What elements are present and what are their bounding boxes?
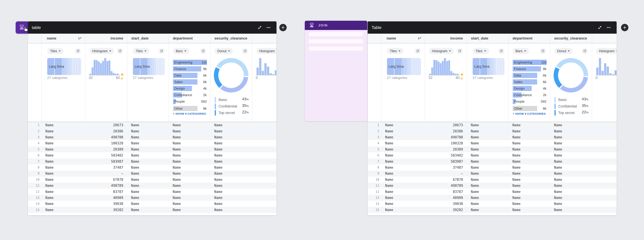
row-cell-security_clearance[interactable]: Name [550,207,592,213]
card-header[interactable]: Table [368,22,616,34]
add-node-button-right[interactable] [621,24,628,31]
row-cell-name[interactable]: Name [381,158,425,164]
tile[interactable] [494,58,494,75]
row-cell-department[interactable]: Name [508,182,550,188]
row-cell-security_clearance[interactable]: Name [550,140,592,146]
row-cell-income[interactable]: 20389 [425,146,467,152]
tile[interactable] [412,58,413,75]
row-cell-security_clearance[interactable]: Name [210,176,252,182]
table-row[interactable]: 1Name20673NameNameName [28,122,276,128]
histogram-bar[interactable] [602,71,604,75]
histogram-bar[interactable] [262,71,264,75]
histogram-bar[interactable] [444,58,446,75]
join-placeholder-row[interactable] [309,32,363,36]
open-chart-icon[interactable] [242,48,248,54]
row-cell-income[interactable]: 583402 [85,152,127,158]
row-cell-security_clearance[interactable]: Name [550,122,592,128]
tile[interactable] [69,58,70,75]
row-cell-num[interactable]: 9 [28,170,41,176]
summary-type-pill[interactable]: Tiles [133,48,149,54]
row-cell-security_clearance[interactable]: Name [210,207,252,213]
histogram-bar[interactable] [100,63,102,75]
tile[interactable] [74,58,75,75]
tile[interactable] [502,58,502,75]
row-cell-num[interactable]: 12 [28,188,41,194]
histogram-widget[interactable] [256,58,276,75]
row-cell-department[interactable]: Name [169,152,210,158]
open-chart-icon[interactable] [414,48,421,54]
open-chart-icon[interactable] [540,48,546,54]
table-row[interactable]: 8Name37487NameNameName [368,164,616,170]
histogram-widget[interactable] [90,58,119,75]
row-cell-num[interactable]: 4 [368,140,381,146]
histogram-bar[interactable] [448,60,450,75]
row-cell-department[interactable]: Name [508,152,550,158]
row-cell-start_date[interactable]: Name [467,195,508,201]
tile[interactable] [157,58,157,75]
tile[interactable] [154,58,154,75]
row-cell-income[interactable]: 583402 [425,152,467,158]
histogram-bar[interactable] [94,60,96,75]
row-cell-security_clearance[interactable]: Name [550,152,592,158]
row-cell-income[interactable]: 39282 [425,207,467,213]
tile[interactable] [420,58,421,75]
column-header-security_clearance[interactable]: security_clearance [210,34,252,43]
row-cell-num[interactable]: 11 [368,182,381,188]
table-row[interactable]: 5Name20389NameNameName [368,146,616,152]
row-cell-income[interactable]: 83787 [85,188,127,194]
tile[interactable] [407,58,408,75]
row-cell-num[interactable]: 6 [28,152,41,158]
column-header-start_date[interactable]: start_date [127,34,169,43]
row-cell-department[interactable]: Name [169,140,210,146]
tile[interactable] [493,58,493,75]
table-row[interactable]: 12Name83787NameNameName [28,188,276,194]
category-bar-row[interactable]: Other8k [173,106,207,111]
table-card-left[interactable]: tablenameincomestart_datedepartmentsecur… [28,22,276,215]
row-cell-num[interactable]: 8 [368,164,381,170]
row-cell-start_date[interactable]: Name [127,158,169,164]
row-cell-department[interactable]: Name [508,134,550,140]
row-cell-security_clearance[interactable]: Name [210,152,252,158]
histogram-bar[interactable] [98,62,100,75]
row-cell-num[interactable]: 12 [368,188,381,194]
row-cell-name[interactable]: Name [41,146,85,152]
row-cell-security_clearance[interactable]: Name [550,188,592,194]
tile[interactable] [68,58,69,75]
histogram-bar[interactable] [436,60,438,75]
table-row[interactable]: 12Name83787NameNameName [368,188,616,194]
donut-widget[interactable] [554,58,588,92]
open-chart-icon[interactable] [200,48,206,54]
row-cell-start_date[interactable]: Name [467,188,508,194]
table-node-icon-tile[interactable] [16,22,28,34]
row-cell-income[interactable]: 490788 [425,134,467,140]
more-options-icon[interactable] [266,25,271,30]
summary-type-pill[interactable]: Bars [173,48,189,54]
table-row[interactable]: 1Name20673NameNameName [368,122,616,128]
row-cell-num[interactable]: 7 [368,158,381,164]
row-cell-income[interactable]: 67878 [85,176,127,182]
row-cell-department[interactable]: Name [508,158,550,164]
tile[interactable] [492,58,492,75]
row-cell-name[interactable]: Name [41,188,85,194]
row-cell-num[interactable]: 3 [368,134,381,140]
row-cell-start_date[interactable]: Name [127,176,169,182]
open-chart-icon[interactable] [117,48,123,54]
summary-type-pill[interactable]: Donut [554,48,573,54]
column-header-income[interactable]: income [425,34,467,43]
tile[interactable] [414,58,414,75]
row-cell-security_clearance[interactable]: Name [210,128,252,134]
tile[interactable] [497,58,498,75]
row-cell-department[interactable]: Name [169,164,210,170]
table-card-right[interactable]: Tablenameincomestart_datedepartmentsecur… [368,22,616,215]
tile[interactable] [420,58,420,75]
row-cell-income[interactable]: 100328 [425,140,467,146]
row-cell-start_date[interactable]: Name [467,146,508,152]
row-cell-start_date[interactable]: Name [127,128,169,134]
donut-widget[interactable] [214,58,248,92]
tile[interactable] [154,58,155,75]
tile[interactable] [501,58,501,75]
histogram-bar[interactable] [102,61,104,75]
histogram-bar[interactable] [264,63,266,75]
tile[interactable] [419,58,419,75]
tile[interactable] [76,58,76,75]
